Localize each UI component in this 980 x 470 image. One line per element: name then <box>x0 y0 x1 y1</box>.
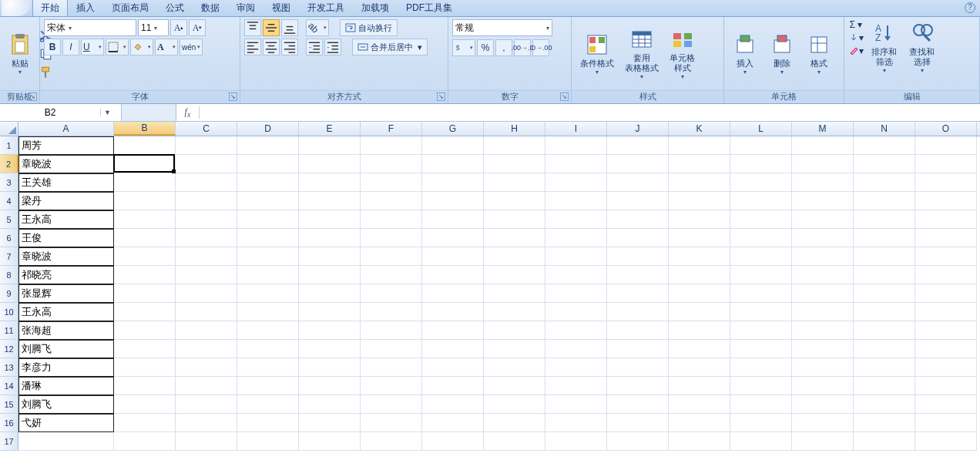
cell-L4[interactable] <box>730 192 792 210</box>
cell-J3[interactable] <box>607 173 669 192</box>
cell-F1[interactable] <box>361 136 422 155</box>
cell-C12[interactable] <box>176 340 237 358</box>
cell-N8[interactable] <box>854 266 915 284</box>
row-header-16[interactable]: 16 <box>0 414 18 432</box>
cell-G1[interactable] <box>422 136 484 155</box>
row-header-1[interactable]: 1 <box>0 136 18 155</box>
help-icon[interactable]: ? <box>965 2 975 13</box>
cell-E7[interactable] <box>299 247 361 266</box>
cell-N12[interactable] <box>854 340 915 358</box>
cell-G16[interactable] <box>422 414 484 432</box>
cell-O8[interactable] <box>915 266 977 284</box>
format-cells-button[interactable]: 格式▾ <box>802 31 836 77</box>
cell-A7[interactable]: 章晓波 <box>18 247 114 266</box>
cell-G6[interactable] <box>422 229 484 247</box>
cell-N13[interactable] <box>854 358 915 377</box>
merge-center-button[interactable]: 合并后居中▾ <box>352 39 428 55</box>
col-header-N[interactable]: N <box>854 122 915 136</box>
cell-K16[interactable] <box>669 414 730 432</box>
cell-A8[interactable]: 祁晓亮 <box>18 266 114 284</box>
cell-C6[interactable] <box>176 229 237 247</box>
cell-I7[interactable] <box>545 247 607 266</box>
cell-N14[interactable] <box>854 377 915 395</box>
cell-D3[interactable] <box>237 173 299 192</box>
font-dialog-launcher[interactable]: ↘ <box>229 92 237 101</box>
cell-L6[interactable] <box>730 229 792 247</box>
cell-C5[interactable] <box>176 210 237 229</box>
phonetic-button[interactable]: wén▾ <box>180 39 203 55</box>
align-middle-button[interactable] <box>263 19 280 36</box>
cell-C10[interactable] <box>176 303 237 321</box>
font-color-button[interactable]: A▾ <box>155 39 178 55</box>
cell-L12[interactable] <box>730 340 792 358</box>
cell-L1[interactable] <box>730 136 792 155</box>
italic-button[interactable]: I <box>62 39 79 55</box>
cell-L2[interactable] <box>730 155 792 173</box>
col-header-D[interactable]: D <box>237 122 299 136</box>
sort-filter-button[interactable]: AZ 排序和 筛选▾ <box>867 19 901 76</box>
cell-G9[interactable] <box>422 284 484 303</box>
cell-E11[interactable] <box>299 321 361 340</box>
cell-G4[interactable] <box>422 192 484 210</box>
cell-C7[interactable] <box>176 247 237 266</box>
cell-C2[interactable] <box>176 155 237 173</box>
cell-E9[interactable] <box>299 284 361 303</box>
cell-N11[interactable] <box>854 321 915 340</box>
cell-A1[interactable]: 周芳 <box>18 136 114 155</box>
find-select-button[interactable]: 查找和 选择▾ <box>904 19 939 76</box>
cell-M11[interactable] <box>792 321 854 340</box>
cell-H17[interactable] <box>484 432 545 451</box>
cell-C13[interactable] <box>176 358 237 377</box>
cell-A10[interactable]: 王永高 <box>18 303 114 321</box>
cell-A11[interactable]: 张海超 <box>18 321 114 340</box>
cell-B14[interactable] <box>114 377 176 395</box>
row-header-13[interactable]: 13 <box>0 358 18 377</box>
cell-J5[interactable] <box>607 210 669 229</box>
cell-O9[interactable] <box>915 284 977 303</box>
alignment-dialog-launcher[interactable]: ↘ <box>437 92 445 101</box>
cell-N15[interactable] <box>854 395 915 414</box>
increase-decimal-button[interactable]: .00→.0 <box>514 39 531 56</box>
cell-B2[interactable] <box>114 155 176 173</box>
cell-H10[interactable] <box>484 303 545 321</box>
cell-O15[interactable] <box>915 395 977 414</box>
cell-M16[interactable] <box>792 414 854 432</box>
cell-D4[interactable] <box>237 192 299 210</box>
cell-I11[interactable] <box>545 321 607 340</box>
bold-button[interactable]: B <box>44 39 61 55</box>
col-header-I[interactable]: I <box>545 122 607 136</box>
cell-C3[interactable] <box>176 173 237 192</box>
cell-D11[interactable] <box>237 321 299 340</box>
cell-J1[interactable] <box>607 136 669 155</box>
cell-O16[interactable] <box>915 414 977 432</box>
cell-M8[interactable] <box>792 266 854 284</box>
cell-A3[interactable]: 王关雄 <box>18 173 114 192</box>
row-header-5[interactable]: 5 <box>0 210 18 229</box>
cell-G14[interactable] <box>422 377 484 395</box>
cell-K10[interactable] <box>669 303 730 321</box>
cell-K1[interactable] <box>669 136 730 155</box>
cell-M10[interactable] <box>792 303 854 321</box>
cell-I6[interactable] <box>545 229 607 247</box>
cell-B7[interactable] <box>114 247 176 266</box>
cell-D12[interactable] <box>237 340 299 358</box>
fx-button[interactable]: fx <box>176 106 200 119</box>
row-header-12[interactable]: 12 <box>0 340 18 358</box>
cell-E17[interactable] <box>299 432 361 451</box>
conditional-format-button[interactable]: 条件格式▾ <box>576 31 619 77</box>
cell-K8[interactable] <box>669 266 730 284</box>
cell-G10[interactable] <box>422 303 484 321</box>
cell-E1[interactable] <box>299 136 361 155</box>
cell-B15[interactable] <box>114 395 176 414</box>
name-box-dropdown[interactable]: ▼ <box>100 109 114 116</box>
decrease-font-button[interactable]: A▾ <box>189 19 206 36</box>
cell-K5[interactable] <box>669 210 730 229</box>
cell-E2[interactable] <box>299 155 361 173</box>
tab-4[interactable]: 数据 <box>193 0 228 16</box>
border-button[interactable]: ▾ <box>106 39 129 55</box>
col-header-G[interactable]: G <box>422 122 484 136</box>
cell-B8[interactable] <box>114 266 176 284</box>
cell-styles-button[interactable]: 单元格 样式▾ <box>665 25 700 82</box>
row-header-4[interactable]: 4 <box>0 192 18 210</box>
col-header-C[interactable]: C <box>176 122 237 136</box>
